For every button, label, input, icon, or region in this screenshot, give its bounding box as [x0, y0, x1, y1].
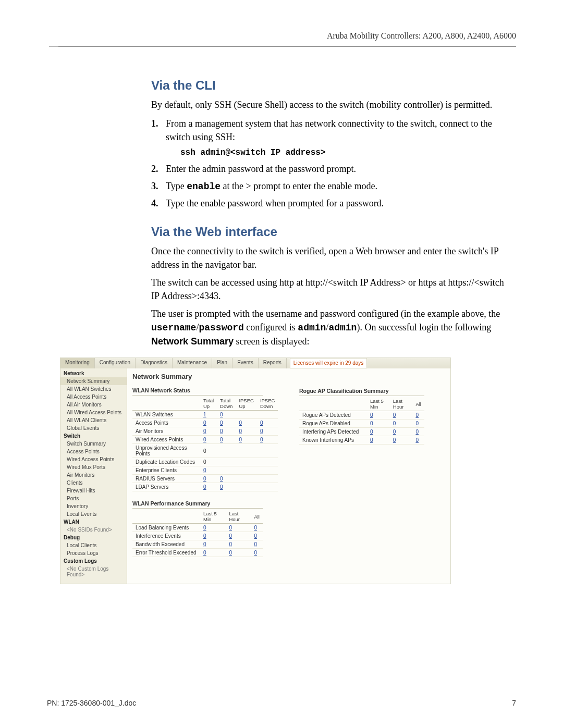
- cell[interactable]: 0: [200, 483, 217, 491]
- col-header: Last 5 Min: [200, 510, 226, 524]
- tab-configuration[interactable]: Configuration: [95, 358, 136, 368]
- cell[interactable]: 0: [236, 427, 257, 436]
- nav-item[interactable]: Wired Mux Ports: [60, 463, 127, 471]
- tab-reports[interactable]: Reports: [259, 358, 287, 368]
- web-p2: The switch can be accessed using http at…: [151, 276, 511, 303]
- cell[interactable]: 0: [367, 411, 390, 419]
- cli-step-2: Enter the admin password at the password…: [151, 162, 511, 176]
- cell[interactable]: 0: [217, 419, 236, 427]
- nav-item[interactable]: Inventory: [60, 502, 127, 510]
- cell[interactable]: 0: [217, 475, 236, 483]
- cell[interactable]: 0: [390, 428, 413, 436]
- cell[interactable]: 0: [200, 419, 217, 427]
- tab-maintenance[interactable]: Maintenance: [173, 358, 212, 368]
- nav-item[interactable]: Firewall Hits: [60, 487, 127, 495]
- cell[interactable]: 0: [390, 419, 413, 428]
- nav-item[interactable]: All Air Monitors: [60, 401, 127, 409]
- section-title-cli: Via the CLI: [151, 78, 511, 93]
- cell[interactable]: 0: [412, 436, 424, 445]
- nav-item[interactable]: Local Events: [60, 510, 127, 518]
- cell: [217, 466, 236, 475]
- nav-item[interactable]: Network Summary: [60, 377, 127, 385]
- cell[interactable]: 0: [217, 411, 236, 419]
- cell[interactable]: 0: [412, 419, 424, 428]
- cell[interactable]: 0: [200, 524, 226, 532]
- cell[interactable]: 0: [236, 419, 257, 427]
- nav-item[interactable]: Ports: [60, 495, 127, 502]
- row-label: Unprovisioned Access Points: [132, 444, 200, 458]
- cell[interactable]: 0: [226, 540, 251, 549]
- col-header: IPSECDown: [257, 397, 278, 411]
- cell[interactable]: 1: [200, 411, 217, 419]
- cli-steps: From a management system that has networ…: [151, 117, 511, 210]
- cli-step1-text: From a management system that has networ…: [166, 118, 492, 142]
- cell[interactable]: 0: [200, 436, 217, 444]
- nav-item[interactable]: All WLAN Clients: [60, 416, 127, 424]
- nav-header: Network: [60, 369, 127, 377]
- nav-item[interactable]: All Access Points: [60, 393, 127, 401]
- cell[interactable]: 0: [257, 427, 278, 436]
- col-header: TotalUp: [200, 397, 217, 411]
- web-p3: The user is prompted with the username a…: [151, 307, 511, 348]
- cell[interactable]: 0: [217, 436, 236, 444]
- table-row: LDAP Servers00: [132, 483, 278, 491]
- cell[interactable]: 0: [226, 532, 251, 540]
- nav-item[interactable]: Wired Access Points: [60, 455, 127, 463]
- cell[interactable]: 0: [200, 532, 226, 540]
- cell[interactable]: 0: [251, 540, 263, 549]
- table-row: Interfering APs Detected000: [299, 428, 424, 436]
- cell: [257, 458, 278, 466]
- table-row: Error Threshold Exceeded000: [132, 549, 263, 557]
- header-rule: [49, 46, 516, 47]
- web-p3a: The user is prompted with the username a…: [151, 309, 500, 319]
- table-row: WLAN Switches10: [132, 411, 278, 419]
- row-label: RADIUS Servers: [132, 475, 200, 483]
- cell[interactable]: 0: [390, 411, 413, 419]
- cell[interactable]: 0: [251, 532, 263, 540]
- cell[interactable]: 0: [217, 483, 236, 491]
- cell[interactable]: 0: [412, 428, 424, 436]
- cell[interactable]: 0: [200, 427, 217, 436]
- cell[interactable]: 0: [226, 524, 251, 532]
- cell[interactable]: 0: [251, 549, 263, 557]
- cell[interactable]: 0: [257, 436, 278, 444]
- cell[interactable]: 0: [367, 419, 390, 428]
- col-header: [132, 397, 200, 411]
- cell[interactable]: 0: [217, 427, 236, 436]
- nav-item[interactable]: Access Points: [60, 448, 127, 455]
- cell[interactable]: 0: [251, 524, 263, 532]
- row-label: Load Balancing Events: [132, 524, 200, 532]
- cell: [257, 411, 278, 419]
- nav-item[interactable]: Clients: [60, 479, 127, 487]
- col-header: All: [251, 510, 263, 524]
- cell: [217, 444, 236, 458]
- tab-monitoring[interactable]: Monitoring: [60, 358, 95, 368]
- tab-plan[interactable]: Plan: [212, 358, 232, 368]
- cell[interactable]: 0: [390, 436, 413, 445]
- cell[interactable]: 0: [226, 549, 251, 557]
- tab-diagnostics[interactable]: Diagnostics: [136, 358, 173, 368]
- nav-item[interactable]: Local Clients: [60, 541, 127, 549]
- ssh-prefix: ssh admin@: [180, 148, 230, 157]
- nav-item[interactable]: All Wired Access Points: [60, 409, 127, 416]
- nav-item[interactable]: Air Monitors: [60, 471, 127, 479]
- cell[interactable]: 0: [200, 549, 226, 557]
- cell[interactable]: 0: [200, 540, 226, 549]
- cell[interactable]: 0: [236, 436, 257, 444]
- tab-events[interactable]: Events: [232, 358, 259, 368]
- ssh-command: ssh admin@<switch IP address>: [180, 147, 511, 159]
- nav-item[interactable]: Global Events: [60, 424, 127, 432]
- cell[interactable]: 0: [200, 475, 217, 483]
- nav-item[interactable]: Switch Summary: [60, 440, 127, 448]
- nav-item[interactable]: All WLAN Switches: [60, 385, 127, 393]
- cell[interactable]: 0: [200, 466, 217, 475]
- table-row: Load Balancing Events000: [132, 524, 263, 532]
- cell[interactable]: 0: [257, 419, 278, 427]
- table-row: RADIUS Servers00: [132, 475, 278, 483]
- col-header: TotalDown: [217, 397, 236, 411]
- nav-item[interactable]: Process Logs: [60, 549, 127, 557]
- cell[interactable]: 0: [367, 428, 390, 436]
- cell[interactable]: 0: [367, 436, 390, 445]
- row-label: WLAN Switches: [132, 411, 200, 419]
- cell[interactable]: 0: [412, 411, 424, 419]
